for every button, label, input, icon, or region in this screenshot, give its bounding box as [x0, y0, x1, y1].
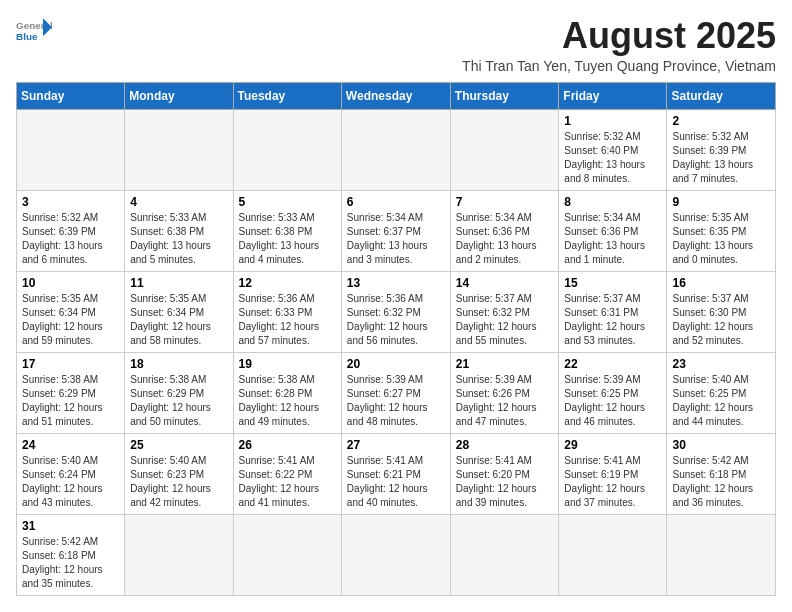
calendar-cell: 21Sunrise: 5:39 AM Sunset: 6:26 PM Dayli… — [450, 352, 559, 433]
day-info: Sunrise: 5:40 AM Sunset: 6:25 PM Dayligh… — [672, 373, 770, 429]
generalblue-logo-icon: General Blue — [16, 16, 52, 44]
day-info: Sunrise: 5:37 AM Sunset: 6:30 PM Dayligh… — [672, 292, 770, 348]
calendar-cell: 25Sunrise: 5:40 AM Sunset: 6:23 PM Dayli… — [125, 433, 233, 514]
weekday-header-thursday: Thursday — [450, 82, 559, 109]
day-number: 20 — [347, 357, 445, 371]
calendar-cell: 26Sunrise: 5:41 AM Sunset: 6:22 PM Dayli… — [233, 433, 341, 514]
calendar-cell: 10Sunrise: 5:35 AM Sunset: 6:34 PM Dayli… — [17, 271, 125, 352]
day-number: 28 — [456, 438, 554, 452]
calendar-cell — [233, 514, 341, 595]
day-info: Sunrise: 5:33 AM Sunset: 6:38 PM Dayligh… — [239, 211, 336, 267]
day-info: Sunrise: 5:38 AM Sunset: 6:29 PM Dayligh… — [130, 373, 227, 429]
calendar-cell: 1Sunrise: 5:32 AM Sunset: 6:40 PM Daylig… — [559, 109, 667, 190]
day-number: 1 — [564, 114, 661, 128]
calendar-cell: 22Sunrise: 5:39 AM Sunset: 6:25 PM Dayli… — [559, 352, 667, 433]
day-info: Sunrise: 5:41 AM Sunset: 6:19 PM Dayligh… — [564, 454, 661, 510]
day-number: 27 — [347, 438, 445, 452]
calendar-cell: 27Sunrise: 5:41 AM Sunset: 6:21 PM Dayli… — [341, 433, 450, 514]
day-info: Sunrise: 5:41 AM Sunset: 6:20 PM Dayligh… — [456, 454, 554, 510]
day-number: 14 — [456, 276, 554, 290]
day-number: 21 — [456, 357, 554, 371]
day-number: 3 — [22, 195, 119, 209]
calendar-cell — [341, 109, 450, 190]
day-info: Sunrise: 5:38 AM Sunset: 6:29 PM Dayligh… — [22, 373, 119, 429]
day-number: 2 — [672, 114, 770, 128]
calendar-cell: 16Sunrise: 5:37 AM Sunset: 6:30 PM Dayli… — [667, 271, 776, 352]
day-info: Sunrise: 5:32 AM Sunset: 6:39 PM Dayligh… — [22, 211, 119, 267]
day-info: Sunrise: 5:34 AM Sunset: 6:36 PM Dayligh… — [564, 211, 661, 267]
day-info: Sunrise: 5:42 AM Sunset: 6:18 PM Dayligh… — [672, 454, 770, 510]
day-number: 9 — [672, 195, 770, 209]
calendar-cell: 31Sunrise: 5:42 AM Sunset: 6:18 PM Dayli… — [17, 514, 125, 595]
day-info: Sunrise: 5:35 AM Sunset: 6:35 PM Dayligh… — [672, 211, 770, 267]
calendar-cell: 24Sunrise: 5:40 AM Sunset: 6:24 PM Dayli… — [17, 433, 125, 514]
svg-text:Blue: Blue — [16, 31, 38, 42]
calendar-cell: 7Sunrise: 5:34 AM Sunset: 6:36 PM Daylig… — [450, 190, 559, 271]
day-number: 31 — [22, 519, 119, 533]
calendar-cell — [341, 514, 450, 595]
day-info: Sunrise: 5:41 AM Sunset: 6:21 PM Dayligh… — [347, 454, 445, 510]
weekday-header-row: SundayMondayTuesdayWednesdayThursdayFrid… — [17, 82, 776, 109]
day-number: 25 — [130, 438, 227, 452]
calendar-cell: 14Sunrise: 5:37 AM Sunset: 6:32 PM Dayli… — [450, 271, 559, 352]
day-info: Sunrise: 5:38 AM Sunset: 6:28 PM Dayligh… — [239, 373, 336, 429]
day-info: Sunrise: 5:37 AM Sunset: 6:31 PM Dayligh… — [564, 292, 661, 348]
calendar-cell: 15Sunrise: 5:37 AM Sunset: 6:31 PM Dayli… — [559, 271, 667, 352]
calendar-table: SundayMondayTuesdayWednesdayThursdayFrid… — [16, 82, 776, 596]
calendar-week-2: 10Sunrise: 5:35 AM Sunset: 6:34 PM Dayli… — [17, 271, 776, 352]
day-number: 19 — [239, 357, 336, 371]
day-number: 24 — [22, 438, 119, 452]
weekday-header-sunday: Sunday — [17, 82, 125, 109]
day-number: 13 — [347, 276, 445, 290]
day-info: Sunrise: 5:33 AM Sunset: 6:38 PM Dayligh… — [130, 211, 227, 267]
day-info: Sunrise: 5:34 AM Sunset: 6:36 PM Dayligh… — [456, 211, 554, 267]
title-block: August 2025 Thi Tran Tan Yen, Tuyen Quan… — [72, 16, 776, 74]
calendar-cell: 6Sunrise: 5:34 AM Sunset: 6:37 PM Daylig… — [341, 190, 450, 271]
logo: General Blue — [16, 16, 52, 44]
day-number: 23 — [672, 357, 770, 371]
calendar-cell — [125, 109, 233, 190]
calendar-cell — [125, 514, 233, 595]
calendar-cell: 28Sunrise: 5:41 AM Sunset: 6:20 PM Dayli… — [450, 433, 559, 514]
calendar-cell: 18Sunrise: 5:38 AM Sunset: 6:29 PM Dayli… — [125, 352, 233, 433]
day-info: Sunrise: 5:39 AM Sunset: 6:26 PM Dayligh… — [456, 373, 554, 429]
day-number: 10 — [22, 276, 119, 290]
weekday-header-tuesday: Tuesday — [233, 82, 341, 109]
day-number: 8 — [564, 195, 661, 209]
header: General Blue August 2025 Thi Tran Tan Ye… — [16, 16, 776, 74]
calendar-cell: 30Sunrise: 5:42 AM Sunset: 6:18 PM Dayli… — [667, 433, 776, 514]
month-year-title: August 2025 — [72, 16, 776, 56]
day-number: 7 — [456, 195, 554, 209]
calendar-week-4: 24Sunrise: 5:40 AM Sunset: 6:24 PM Dayli… — [17, 433, 776, 514]
calendar-week-0: 1Sunrise: 5:32 AM Sunset: 6:40 PM Daylig… — [17, 109, 776, 190]
day-info: Sunrise: 5:40 AM Sunset: 6:23 PM Dayligh… — [130, 454, 227, 510]
day-number: 17 — [22, 357, 119, 371]
calendar-week-1: 3Sunrise: 5:32 AM Sunset: 6:39 PM Daylig… — [17, 190, 776, 271]
calendar-cell: 17Sunrise: 5:38 AM Sunset: 6:29 PM Dayli… — [17, 352, 125, 433]
day-number: 26 — [239, 438, 336, 452]
calendar-cell: 11Sunrise: 5:35 AM Sunset: 6:34 PM Dayli… — [125, 271, 233, 352]
location-subtitle: Thi Tran Tan Yen, Tuyen Quang Province, … — [72, 58, 776, 74]
calendar-cell: 12Sunrise: 5:36 AM Sunset: 6:33 PM Dayli… — [233, 271, 341, 352]
calendar-cell: 9Sunrise: 5:35 AM Sunset: 6:35 PM Daylig… — [667, 190, 776, 271]
day-number: 4 — [130, 195, 227, 209]
calendar-cell: 29Sunrise: 5:41 AM Sunset: 6:19 PM Dayli… — [559, 433, 667, 514]
day-info: Sunrise: 5:35 AM Sunset: 6:34 PM Dayligh… — [22, 292, 119, 348]
day-info: Sunrise: 5:39 AM Sunset: 6:27 PM Dayligh… — [347, 373, 445, 429]
weekday-header-monday: Monday — [125, 82, 233, 109]
calendar-cell: 13Sunrise: 5:36 AM Sunset: 6:32 PM Dayli… — [341, 271, 450, 352]
day-info: Sunrise: 5:42 AM Sunset: 6:18 PM Dayligh… — [22, 535, 119, 591]
calendar-cell — [559, 514, 667, 595]
calendar-cell: 19Sunrise: 5:38 AM Sunset: 6:28 PM Dayli… — [233, 352, 341, 433]
day-number: 11 — [130, 276, 227, 290]
day-number: 5 — [239, 195, 336, 209]
day-number: 6 — [347, 195, 445, 209]
day-info: Sunrise: 5:34 AM Sunset: 6:37 PM Dayligh… — [347, 211, 445, 267]
calendar-cell: 23Sunrise: 5:40 AM Sunset: 6:25 PM Dayli… — [667, 352, 776, 433]
calendar-cell — [450, 109, 559, 190]
calendar-cell — [667, 514, 776, 595]
day-info: Sunrise: 5:39 AM Sunset: 6:25 PM Dayligh… — [564, 373, 661, 429]
day-number: 15 — [564, 276, 661, 290]
calendar-cell: 8Sunrise: 5:34 AM Sunset: 6:36 PM Daylig… — [559, 190, 667, 271]
weekday-header-wednesday: Wednesday — [341, 82, 450, 109]
